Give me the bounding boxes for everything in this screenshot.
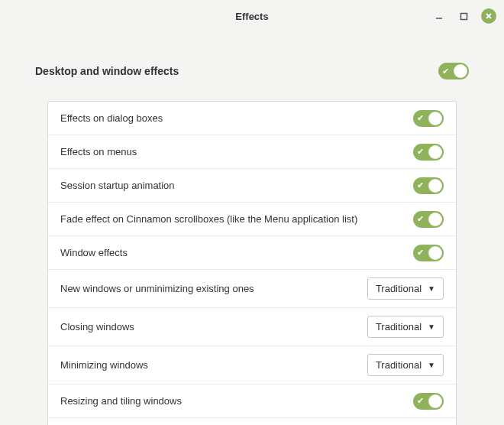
titlebar: Effects [0, 0, 504, 32]
toggle-fade-scrollboxes[interactable]: ✔ [413, 211, 444, 228]
close-icon [485, 12, 493, 20]
check-icon: ✔ [417, 181, 424, 190]
dropdown-closing-windows[interactable]: Traditional ▼ [367, 316, 444, 338]
maximize-button[interactable] [457, 9, 470, 23]
check-icon: ✔ [417, 248, 424, 257]
toggle-knob [428, 212, 442, 226]
row-label: Resizing and tiling windows [60, 395, 182, 407]
window-title: Effects [235, 11, 268, 22]
check-icon: ✔ [417, 148, 424, 156]
maximize-icon [460, 12, 468, 21]
toggle-dialog-effects[interactable]: ✔ [413, 110, 444, 127]
toggle-startup-animation[interactable]: ✔ [413, 177, 444, 194]
master-toggle[interactable]: ✔ [438, 63, 469, 79]
row-label: Window effects [60, 247, 128, 258]
toggle-knob [428, 246, 442, 260]
row-label: New windows or unminimizing existing one… [60, 283, 254, 294]
svg-rect-1 [460, 13, 467, 19]
row-dialog-effects: Effects on dialog boxes ✔ [48, 102, 456, 135]
slider-section: Window animation speed Slower Faster [48, 418, 456, 425]
toggle-resizing-tiling[interactable]: ✔ [413, 393, 444, 410]
dropdown-value: Traditional [376, 359, 422, 371]
row-menu-effects: Effects on menus ✔ [48, 135, 456, 169]
row-startup-animation: Session startup animation ✔ [48, 169, 456, 203]
toggle-knob [428, 179, 442, 193]
close-button[interactable] [481, 8, 496, 24]
toggle-knob [454, 64, 467, 78]
minimize-icon [435, 11, 444, 21]
row-label: Fade effect on Cinnamon scrollboxes (lik… [60, 213, 357, 225]
chevron-down-icon: ▼ [428, 361, 435, 369]
chevron-down-icon: ▼ [428, 323, 435, 331]
window-controls [432, 0, 496, 32]
check-icon: ✔ [417, 397, 424, 405]
dropdown-value: Traditional [376, 283, 422, 294]
header-label: Desktop and window effects [35, 65, 179, 77]
content: Desktop and window effects ✔ Effects on … [0, 32, 504, 425]
row-label: Effects on menus [60, 146, 137, 157]
toggle-knob [428, 145, 442, 159]
row-resizing-tiling: Resizing and tiling windows ✔ [48, 384, 456, 418]
check-icon: ✔ [442, 67, 449, 76]
row-label: Effects on dialog boxes [60, 112, 163, 124]
check-icon: ✔ [417, 215, 424, 223]
header-row: Desktop and window effects ✔ [24, 63, 480, 79]
settings-panel: Effects on dialog boxes ✔ Effects on men… [47, 101, 457, 425]
dropdown-minimizing-windows[interactable]: Traditional ▼ [367, 354, 444, 376]
toggle-menu-effects[interactable]: ✔ [413, 144, 444, 161]
row-fade-scrollboxes: Fade effect on Cinnamon scrollboxes (lik… [48, 203, 456, 236]
row-closing-windows: Closing windows Traditional ▼ [48, 308, 456, 346]
row-minimizing-windows: Minimizing windows Traditional ▼ [48, 346, 456, 384]
dropdown-value: Traditional [376, 321, 422, 333]
row-label: Minimizing windows [60, 359, 148, 371]
row-new-windows: New windows or unminimizing existing one… [48, 270, 456, 308]
row-window-effects: Window effects ✔ [48, 236, 456, 270]
minimize-button[interactable] [432, 9, 446, 23]
row-label: Closing windows [60, 321, 134, 333]
check-icon: ✔ [417, 114, 424, 122]
chevron-down-icon: ▼ [428, 284, 435, 293]
row-label: Session startup animation [60, 180, 175, 191]
toggle-knob [428, 112, 442, 125]
dropdown-new-windows[interactable]: Traditional ▼ [367, 277, 444, 300]
toggle-knob [428, 394, 442, 408]
toggle-window-effects[interactable]: ✔ [413, 245, 444, 261]
